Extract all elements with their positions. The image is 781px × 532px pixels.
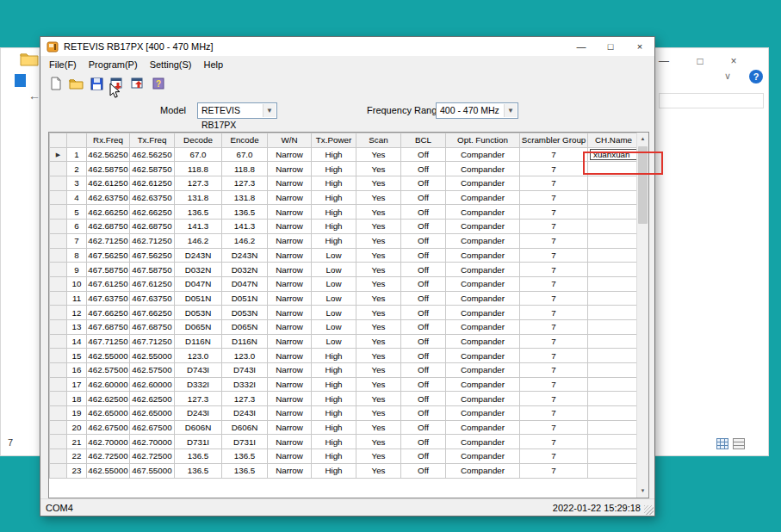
cell-rx-freq[interactable]: 462.72500 — [87, 449, 130, 464]
column-header-ch-name[interactable]: CH.Name — [588, 133, 640, 148]
scroll-up-icon[interactable]: ▲ — [637, 133, 648, 145]
cell-ch-name[interactable] — [588, 306, 640, 320]
cell-opt-function[interactable]: Compander — [446, 220, 520, 234]
cell-opt-function[interactable]: Compander — [446, 276, 520, 291]
cell-decode[interactable]: D053N — [175, 306, 222, 320]
cell-decode[interactable]: D032N — [175, 263, 222, 277]
back-arrow-icon[interactable]: ← — [28, 89, 40, 102]
cell-bcl[interactable]: Off — [401, 363, 446, 378]
cell-tx-power[interactable]: High — [312, 406, 356, 421]
cell-wn[interactable]: Narrow — [268, 248, 312, 263]
row-number-cell[interactable]: 1 — [67, 147, 87, 162]
grid-view-icon[interactable] — [716, 438, 728, 449]
cell-tx-freq[interactable]: 462.72500 — [130, 449, 175, 464]
cell-ch-name[interactable] — [588, 220, 640, 234]
row-selector[interactable] — [50, 291, 67, 306]
cell-wn[interactable]: Narrow — [268, 176, 312, 191]
cell-encode[interactable]: D243I — [222, 406, 268, 421]
help-button[interactable]: ? — [150, 76, 167, 92]
row-header-corner[interactable] — [50, 133, 67, 148]
cell-wn[interactable]: Narrow — [268, 233, 312, 248]
cell-scan[interactable]: Yes — [356, 248, 401, 263]
frequency-range-select[interactable]: 400 - 470 MHz ▼ — [436, 102, 518, 119]
cell-tx-freq[interactable]: 467.61250 — [130, 276, 175, 291]
cell-tx-freq[interactable]: 462.57500 — [130, 363, 175, 378]
cell-scrambler-group[interactable]: 7 — [520, 220, 588, 234]
cell-wn[interactable]: Narrow — [268, 334, 312, 349]
menu-program[interactable]: Program(P) — [83, 58, 144, 71]
cell-bcl[interactable]: Off — [401, 147, 446, 162]
row-number-cell[interactable]: 7 — [67, 233, 87, 248]
cell-scrambler-group[interactable]: 7 — [520, 248, 588, 263]
row-selector[interactable] — [50, 349, 67, 363]
row-number-header[interactable] — [67, 133, 87, 148]
cell-scrambler-group[interactable]: 7 — [520, 205, 588, 220]
cell-scan[interactable]: Yes — [356, 306, 401, 320]
cell-tx-power[interactable]: Low — [312, 319, 356, 334]
cell-tx-freq[interactable]: 462.62500 — [130, 392, 175, 406]
cell-encode[interactable]: D743I — [222, 363, 268, 378]
bg-maximize-button[interactable]: □ — [687, 53, 713, 69]
cell-ch-name[interactable] — [588, 449, 640, 464]
cell-encode[interactable]: 136.5 — [222, 463, 268, 478]
resize-grip[interactable] — [644, 505, 654, 515]
help-circle-icon[interactable]: ? — [749, 70, 763, 84]
cell-bcl[interactable]: Off — [401, 420, 446, 435]
cell-opt-function[interactable]: Compander — [446, 349, 520, 363]
row-selector[interactable] — [50, 263, 67, 277]
cell-decode[interactable]: D243N — [175, 248, 222, 263]
cell-bcl[interactable]: Off — [401, 176, 446, 191]
cell-decode[interactable]: D731I — [175, 435, 222, 449]
cell-encode[interactable]: D731I — [222, 435, 268, 449]
cell-scan[interactable]: Yes — [356, 349, 401, 363]
cell-rx-freq[interactable]: 462.67500 — [87, 420, 130, 435]
cell-ch-name[interactable] — [588, 392, 640, 406]
cell-encode[interactable]: D032N — [222, 263, 268, 277]
cell-decode[interactable]: D606N — [175, 420, 222, 435]
cell-ch-name[interactable] — [588, 435, 640, 449]
cell-scrambler-group[interactable]: 7 — [520, 263, 588, 277]
cell-tx-freq[interactable]: 462.68750 — [130, 220, 175, 234]
cell-tx-freq[interactable]: 467.58750 — [130, 263, 175, 277]
cell-tx-power[interactable]: High — [312, 190, 356, 205]
cell-opt-function[interactable]: Compander — [446, 392, 520, 406]
cell-scrambler-group[interactable]: 7 — [520, 449, 588, 464]
cell-ch-name[interactable] — [588, 276, 640, 291]
cell-decode[interactable]: 118.8 — [175, 162, 222, 176]
selected-toolbar-item[interactable] — [15, 74, 26, 87]
row-selector[interactable] — [50, 162, 67, 176]
cell-wn[interactable]: Narrow — [268, 220, 312, 234]
column-header-bcl[interactable]: BCL — [401, 133, 446, 148]
row-number-cell[interactable]: 4 — [67, 190, 87, 205]
cell-decode[interactable]: 127.3 — [175, 392, 222, 406]
cell-ch-name[interactable] — [588, 377, 640, 392]
cell-scrambler-group[interactable]: 7 — [520, 392, 588, 406]
cell-tx-power[interactable]: High — [312, 435, 356, 449]
row-number-cell[interactable]: 19 — [67, 406, 87, 421]
cell-rx-freq[interactable]: 467.56250 — [87, 248, 130, 263]
column-header-tx-power[interactable]: Tx.Power — [312, 133, 356, 148]
cell-tx-freq[interactable]: 467.55000 — [130, 463, 175, 478]
cell-scrambler-group[interactable]: 7 — [520, 147, 588, 162]
cell-opt-function[interactable]: Compander — [446, 162, 520, 176]
cell-encode[interactable]: D243N — [222, 248, 268, 263]
cell-scan[interactable]: Yes — [356, 190, 401, 205]
cell-decode[interactable]: 136.5 — [175, 463, 222, 478]
cell-tx-power[interactable]: High — [312, 147, 356, 162]
row-number-cell[interactable]: 5 — [67, 205, 87, 220]
list-view-icon[interactable] — [733, 438, 745, 449]
row-selector[interactable] — [50, 377, 67, 392]
cell-tx-power[interactable]: Low — [312, 276, 356, 291]
cell-wn[interactable]: Narrow — [268, 363, 312, 378]
cell-wn[interactable]: Narrow — [268, 449, 312, 464]
cell-decode[interactable]: 67.0 — [175, 147, 222, 162]
cell-opt-function[interactable]: Compander — [446, 406, 520, 421]
cell-scrambler-group[interactable]: 7 — [520, 306, 588, 320]
cell-rx-freq[interactable]: 467.68750 — [87, 319, 130, 334]
cell-tx-freq[interactable]: 462.67500 — [130, 420, 175, 435]
cell-rx-freq[interactable]: 462.55000 — [87, 463, 130, 478]
cell-scan[interactable]: Yes — [356, 276, 401, 291]
row-number-cell[interactable]: 14 — [67, 334, 87, 349]
cell-scan[interactable]: Yes — [356, 147, 401, 162]
minimize-button[interactable]: — — [567, 37, 596, 56]
